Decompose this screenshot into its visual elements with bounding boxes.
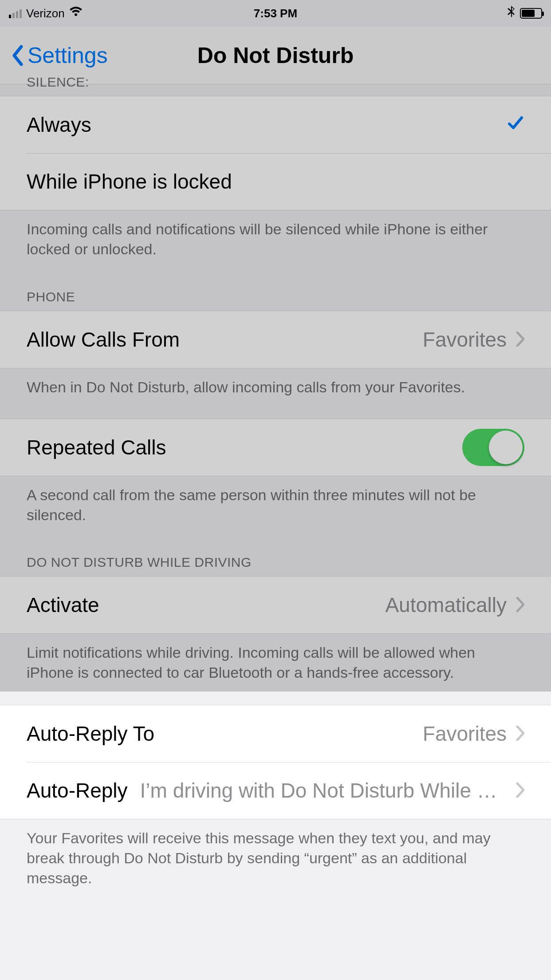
activate-cell[interactable]: Activate Automatically (0, 577, 551, 633)
cell-value: Favorites (423, 722, 507, 746)
chevron-right-icon (516, 593, 524, 617)
cell-label: Activate (27, 593, 99, 617)
autoreply-highlight: Auto-Reply To Favorites Auto-Reply I’m d… (0, 692, 551, 897)
silence-option-always[interactable]: Always (0, 96, 551, 153)
silence-option-locked[interactable]: While iPhone is locked (0, 153, 551, 210)
auto-reply-cell[interactable]: Auto-Reply I’m driving with Do Not Distu… (0, 762, 551, 819)
page-title: Do Not Disturb (197, 43, 354, 68)
cell-label: While iPhone is locked (27, 170, 232, 194)
driving-group: Activate Automatically (0, 576, 551, 634)
section-header-phone: PHONE (0, 268, 551, 311)
cell-value: I’m driving with Do Not Disturb While Dr… (140, 778, 507, 802)
repeated-calls-toggle[interactable] (462, 429, 524, 466)
status-time: 7:53 PM (0, 7, 551, 20)
section-footer-driving: Limit notifications while driving. Incom… (0, 634, 551, 692)
phone-group-repeated: Repeated Calls (0, 419, 551, 476)
status-bar: Verizon 7:53 PM (0, 0, 551, 27)
section-footer-allow: When in Do Not Disturb, allow incoming c… (0, 368, 551, 406)
cell-value: Favorites (423, 328, 507, 352)
chevron-right-icon (516, 722, 524, 746)
chevron-right-icon (516, 778, 524, 802)
section-footer-repeated: A second call from the same person withi… (0, 476, 551, 534)
cell-label: Allow Calls From (27, 328, 180, 352)
auto-reply-to-cell[interactable]: Auto-Reply To Favorites (0, 705, 551, 762)
silence-group: Always While iPhone is locked (0, 96, 551, 210)
battery-icon (520, 8, 542, 19)
cell-label: Repeated Calls (27, 435, 166, 459)
cell-value: Automatically (385, 593, 507, 617)
checkmark-icon (507, 113, 524, 137)
section-footer-autoreply: Your Favorites will receive this message… (0, 819, 551, 897)
chevron-right-icon (516, 328, 524, 352)
section-header-silence: SILENCE: (0, 75, 551, 96)
cell-label: Auto-Reply (27, 778, 128, 802)
repeated-calls-cell[interactable]: Repeated Calls (0, 419, 551, 476)
cell-label: Auto-Reply To (27, 722, 154, 746)
allow-calls-from-cell[interactable]: Allow Calls From Favorites (0, 311, 551, 368)
autoreply-group: Auto-Reply To Favorites Auto-Reply I’m d… (0, 705, 551, 819)
section-footer-silence: Incoming calls and notifications will be… (0, 210, 551, 268)
settings-content: SILENCE: Always While iPhone is locked I… (0, 75, 551, 692)
cell-label: Always (27, 113, 91, 137)
section-header-driving: DO NOT DISTURB WHILE DRIVING (0, 533, 551, 576)
back-label: Settings (28, 43, 108, 68)
chevron-left-icon (11, 45, 23, 66)
phone-group-allow: Allow Calls From Favorites (0, 311, 551, 368)
